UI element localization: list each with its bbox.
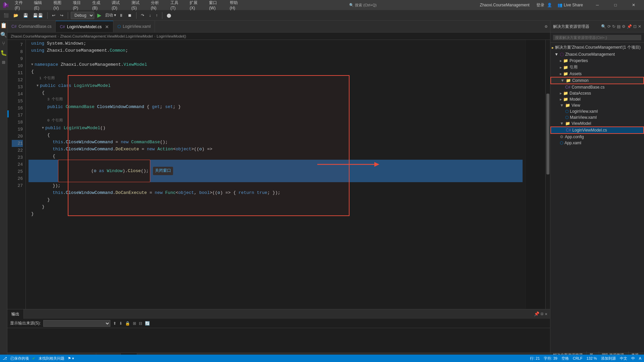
tab-loginview[interactable]: ⬡ LoginView.xaml	[113, 21, 155, 32]
add-to-source-label[interactable]: 添加到源	[601, 356, 616, 361]
line-num-17: 17	[12, 112, 23, 119]
debug-sidebar-icon[interactable]: 🐛	[0, 50, 7, 56]
breakpoint-btn[interactable]: ⬤	[165, 12, 173, 19]
minimap	[525, 40, 545, 309]
scrollbar-thumb[interactable]	[546, 94, 549, 174]
sol-sync-icon[interactable]: ⟳	[607, 24, 611, 29]
sol-float-icon[interactable]: ⊡	[633, 24, 637, 29]
step-into-btn[interactable]: ↓	[147, 12, 153, 19]
maximize-button[interactable]: □	[608, 0, 623, 10]
extensions-sidebar-icon[interactable]: ⊞	[2, 59, 5, 66]
menu-project[interactable]: 项目(P)	[70, 0, 89, 12]
sol-refresh-icon[interactable]: ↻	[612, 24, 615, 29]
menu-debug[interactable]: 调试(D)	[109, 0, 128, 12]
menu-window[interactable]: 窗口(W)	[206, 0, 226, 12]
search-sidebar-icon[interactable]: 🔍	[0, 32, 7, 38]
issues-label[interactable]: 未找到相关问题	[39, 356, 64, 361]
stop-btn[interactable]: ⏹	[126, 12, 133, 19]
sol-close-icon[interactable]: ✕	[638, 24, 641, 29]
menu-build[interactable]: 生成(B)	[90, 0, 108, 12]
zoom-label[interactable]: 132 %	[586, 356, 597, 360]
minimize-button[interactable]: ─	[590, 0, 605, 10]
language-label[interactable]: 中文	[620, 356, 627, 361]
tab-settings-btn[interactable]: ⚙	[542, 21, 550, 32]
git-icon[interactable]: ⑂	[2, 41, 5, 47]
save-btn[interactable]: 💾	[21, 12, 30, 19]
code-editor[interactable]: using System.Windows; using Zhaoxi.Cours…	[26, 40, 525, 309]
encoding-label[interactable]: CRLF	[573, 356, 583, 360]
tree-assets[interactable]: ▸ 📁 Assets	[550, 71, 644, 77]
tab-loginviewmodel[interactable]: C# LoginViewModel.cs ✕	[56, 21, 113, 32]
toolbar-btn-4[interactable]: ⊞	[133, 321, 136, 326]
step-out-btn[interactable]: ↑	[154, 12, 159, 19]
menu-test[interactable]: 测试(S)	[129, 0, 148, 12]
toolbar-btn-6[interactable]: 🔄	[145, 321, 150, 326]
start-label[interactable]: 启动 ▾	[105, 12, 116, 18]
solution-tree: ▸ 解决方案'Zhaoxi.CourseManagement'(1 个项目) ▼…	[550, 43, 644, 353]
vertical-scrollbar[interactable]	[545, 40, 550, 309]
live-share-label[interactable]: Live Share	[564, 3, 583, 7]
sol-filter-icon[interactable]: ▤	[617, 24, 621, 29]
breadcrumb-method[interactable]: LoginViewModel()	[157, 34, 186, 38]
sol-settings-icon[interactable]: ⚙	[622, 24, 626, 29]
solution-search-input[interactable]	[553, 35, 641, 40]
menu-file[interactable]: 文件(F)	[12, 0, 31, 12]
explorer-icon[interactable]: 📋	[0, 22, 7, 29]
menu-view[interactable]: 视图(V)	[51, 0, 69, 12]
menu-tools[interactable]: 工具(T)	[168, 0, 186, 12]
tree-properties[interactable]: ▸ 📁 Properties	[550, 58, 644, 64]
float-icon[interactable]: ⊡	[541, 311, 543, 317]
new-project-btn[interactable]: ⬛	[2, 12, 10, 19]
tree-common[interactable]: ▼ 📁 Common	[550, 77, 644, 84]
open-btn[interactable]: 📂	[12, 12, 20, 19]
appxaml-label: App.xaml	[565, 141, 581, 145]
start-debug-btn[interactable]: ▶	[96, 11, 103, 19]
tree-model[interactable]: ▸ 📁 Model	[550, 96, 644, 102]
pause-btn[interactable]: ⏸	[117, 12, 125, 19]
spaces-label[interactable]: 空格	[561, 356, 569, 361]
breadcrumb-class[interactable]: Zhaoxi.CourseManagement.ViewModel.LoginV…	[60, 34, 153, 38]
debug-config-select[interactable]: Debug	[71, 12, 94, 19]
tree-dataaccess[interactable]: ▸ 📁 DataAccess	[550, 90, 644, 96]
tab-commandbase[interactable]: C# CommandBase.cs	[7, 21, 56, 32]
tree-loginview[interactable]: ⬡ LoginView.xaml	[550, 108, 644, 114]
output-source-select[interactable]	[43, 320, 110, 327]
tree-appxaml[interactable]: ⬡ App.xaml	[550, 140, 644, 146]
tab-loginviewmodel-close[interactable]: ✕	[105, 24, 109, 30]
issues-filter-icon[interactable]: ⚑ ▾	[68, 356, 74, 361]
menu-edit[interactable]: 编辑(E)	[31, 0, 50, 12]
sol-search-icon[interactable]: 🔍	[601, 24, 606, 29]
tree-mainview[interactable]: ⬡ MainView.xaml	[550, 114, 644, 120]
toolbar-btn-3[interactable]: 🔒	[125, 321, 130, 326]
close-panel-icon[interactable]: ✕	[545, 311, 547, 317]
step-over-btn[interactable]: ↷	[139, 12, 146, 19]
position-label[interactable]: 行: 21	[530, 356, 540, 361]
breadcrumb-project[interactable]: Zhaoxi.CourseManagement	[11, 34, 56, 38]
menu-analyze[interactable]: 分析(N)	[148, 0, 167, 12]
user-login[interactable]: 登录	[536, 2, 544, 8]
undo-btn[interactable]: ↩	[50, 12, 57, 19]
tree-viewmodel[interactable]: ▼ 📁 ViewModel	[550, 120, 644, 126]
toolbar-btn-5[interactable]: ⊟	[139, 321, 142, 326]
close-button[interactable]: ✕	[626, 0, 641, 10]
tree-view[interactable]: ▼ 📁 View	[550, 102, 644, 108]
sol-pin-icon[interactable]: 📌	[627, 24, 632, 29]
tree-project[interactable]: ▼ ⬡ Zhaoxi.CourseManagement	[550, 51, 644, 58]
redo-btn[interactable]: ↪	[58, 12, 65, 19]
tree-appconfig[interactable]: ⚙ App.config	[550, 134, 644, 140]
char-label[interactable]: 字符: 39	[544, 356, 557, 361]
output-tab[interactable]: 输出	[7, 309, 24, 319]
kb-layout[interactable]: 中	[631, 356, 635, 361]
tree-references[interactable]: ▸ 📁 引用	[550, 64, 644, 71]
tree-commandbase[interactable]: C# CommandBase.cs	[550, 84, 644, 90]
save-all-btn[interactable]: 💾💾	[31, 12, 45, 19]
tree-loginviewmodel[interactable]: C# LoginViewModel.cs	[550, 126, 644, 134]
line-num-21: 21	[12, 140, 23, 147]
tree-solution-root[interactable]: ▸ 解决方案'Zhaoxi.CourseManagement'(1 个项目)	[550, 44, 644, 51]
toolbar-btn-1[interactable]: ⬆	[113, 321, 116, 326]
appxaml-xaml-icon: ⬡	[560, 141, 563, 145]
menu-extensions[interactable]: 扩展(X)	[187, 0, 206, 12]
menu-help[interactable]: 帮助(H)	[227, 0, 246, 12]
pin-icon[interactable]: 📌	[534, 311, 539, 317]
toolbar-btn-2[interactable]: ⬇	[119, 321, 122, 326]
